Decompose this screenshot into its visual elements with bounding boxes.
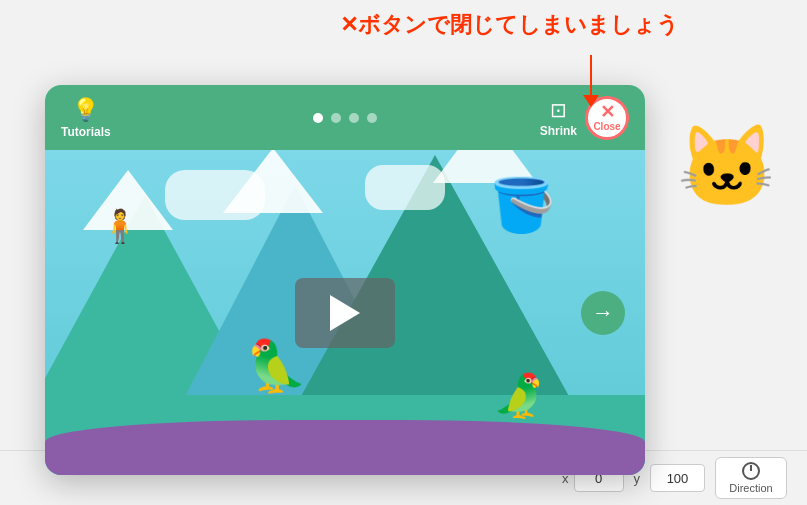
shrink-button[interactable]: ⊡ Shrink (540, 98, 577, 138)
bucket-sprite: 🪣 (490, 175, 555, 236)
cloud-bubble-2 (365, 165, 445, 210)
size-input[interactable] (650, 464, 705, 492)
close-x-icon: ✕ (600, 103, 615, 121)
next-button[interactable]: → (581, 291, 625, 335)
close-label: Close (593, 121, 620, 132)
scene: 🧍 🪣 🦜 🦜 → (45, 150, 645, 475)
direction-dial-icon (742, 462, 760, 480)
purple-flow (45, 420, 645, 475)
scratch-cat-sprite: 🐱 (677, 120, 777, 214)
dot-2[interactable] (331, 113, 341, 123)
play-triangle-icon (330, 295, 360, 331)
tutorial-dialog: 💡 Tutorials ⊡ Shrink ✕ Close (45, 85, 645, 475)
cloud-bubble-1 (165, 170, 265, 220)
next-arrow-icon: → (592, 300, 614, 326)
shrink-icon: ⊡ (550, 98, 567, 122)
annotation-text: ✕ボタンで閉じてしまいましょう (340, 10, 679, 40)
size-group (650, 464, 705, 492)
character-sprite: 🧍 (100, 207, 140, 245)
annotation-arrow (575, 55, 599, 107)
dot-4[interactable] (367, 113, 377, 123)
shrink-label: Shrink (540, 124, 577, 138)
direction-button[interactable]: Direction (715, 457, 787, 499)
tutorials-button[interactable]: 💡 Tutorials (61, 97, 111, 139)
direction-tick (750, 465, 752, 471)
dot-3[interactable] (349, 113, 359, 123)
dialog-header: 💡 Tutorials ⊡ Shrink ✕ Close (45, 85, 645, 150)
tutorials-label: Tutorials (61, 125, 111, 139)
toucan-sprite: 🦜 (493, 371, 545, 420)
tutorials-icon: 💡 (72, 97, 99, 123)
dot-1[interactable] (313, 113, 323, 123)
play-button[interactable] (295, 278, 395, 348)
dots-navigation (313, 113, 377, 123)
direction-label: Direction (729, 482, 772, 494)
dialog-content: 🧍 🪣 🦜 🦜 → (45, 150, 645, 475)
